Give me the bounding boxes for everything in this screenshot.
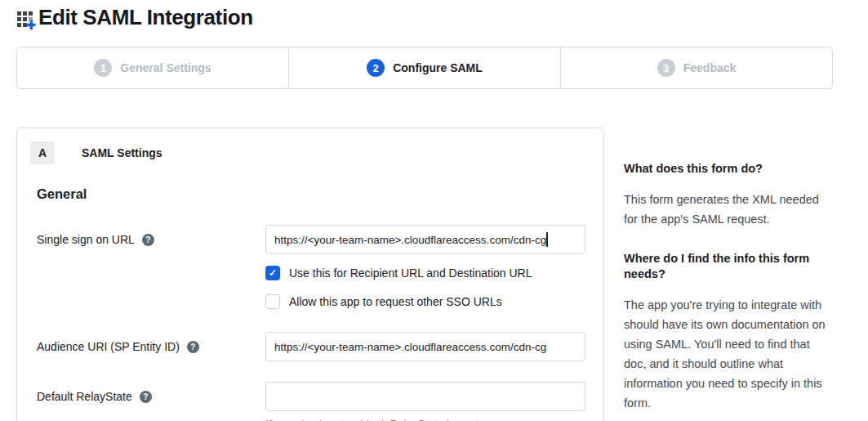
field-row-audience-uri: Audience URI (SP Entity ID) ? https://<y…	[17, 332, 603, 361]
checkbox-unchecked-icon[interactable]	[265, 294, 280, 309]
step-wizard: 1 General Settings 2 Configure SAML 3 Fe…	[16, 47, 833, 89]
step-number-badge: 3	[657, 59, 675, 77]
step-label: Configure SAML	[393, 61, 483, 74]
step-configure-saml[interactable]: 2 Configure SAML	[289, 47, 561, 88]
sidebar-body-what: This form generates the XML needed for t…	[624, 190, 830, 229]
panel-header: A SAML Settings	[17, 128, 603, 164]
field-control-group: https://<your-team-name>.cloudflareacces…	[265, 225, 585, 309]
relaystate-helper-text: If no value is set, a blank RelayState i…	[265, 418, 585, 421]
single-sign-on-url-label: Single sign on URL	[37, 233, 135, 246]
page-title: Edit SAML Integration	[38, 5, 253, 30]
page-header: Edit SAML Integration	[16, 5, 253, 30]
step-number-badge: 2	[367, 59, 385, 77]
recipient-destination-checkbox-row[interactable]: ✓ Use this for Recipient URL and Destina…	[265, 266, 585, 280]
single-sign-on-url-input[interactable]: https://<your-team-name>.cloudflareacces…	[265, 225, 585, 254]
help-sidebar: What does this form do? This form genera…	[624, 161, 830, 421]
input-value: https://<your-team-name>.cloudflareacces…	[274, 341, 546, 353]
help-icon[interactable]: ?	[142, 234, 154, 246]
field-label-group: Audience URI (SP Entity ID) ?	[37, 332, 265, 361]
checkbox-label: Allow this app to request other SSO URLs	[289, 295, 502, 308]
general-section-heading: General	[37, 186, 603, 202]
help-icon[interactable]: ?	[140, 391, 152, 403]
panel-title: SAML Settings	[82, 146, 162, 159]
step-general-settings[interactable]: 1 General Settings	[17, 47, 289, 88]
field-row-default-relaystate: Default RelayState ? If no value is set,…	[17, 382, 603, 421]
checkbox-checked-icon[interactable]: ✓	[265, 266, 280, 280]
step-label: General Settings	[120, 61, 211, 74]
field-label-group: Single sign on URL ?	[37, 225, 265, 309]
field-control-group: If no value is set, a blank RelayState i…	[265, 382, 585, 421]
checkbox-label: Use this for Recipient URL and Destinati…	[289, 266, 532, 280]
saml-settings-panel: A SAML Settings General Single sign on U…	[16, 128, 604, 421]
step-feedback[interactable]: 3 Feedback	[561, 47, 832, 88]
text-cursor	[546, 232, 548, 247]
section-a-badge: A	[30, 141, 55, 164]
other-sso-urls-checkbox-row[interactable]: Allow this app to request other SSO URLs	[265, 294, 585, 309]
input-value: https://<your-team-name>.cloudflareacces…	[274, 234, 546, 246]
field-row-single-sign-on-url: Single sign on URL ? https://<your-team-…	[17, 225, 603, 309]
default-relaystate-label: Default RelayState	[37, 390, 132, 403]
sidebar-body-where: The app you're trying to integrate with …	[624, 295, 830, 413]
field-label-group: Default RelayState ?	[37, 382, 265, 421]
sidebar-heading-where: Where do I find the info this form needs…	[624, 251, 830, 282]
audience-uri-input[interactable]: https://<your-team-name>.cloudflareacces…	[265, 332, 585, 361]
audience-uri-label: Audience URI (SP Entity ID)	[37, 340, 180, 353]
help-icon[interactable]: ?	[187, 341, 199, 353]
step-label: Feedback	[683, 61, 737, 74]
step-number-badge: 1	[94, 59, 112, 77]
default-relaystate-input[interactable]	[265, 382, 585, 411]
field-control-group: https://<your-team-name>.cloudflareacces…	[265, 332, 585, 361]
app-grid-plus-icon	[16, 8, 36, 31]
sidebar-heading-what: What does this form do?	[624, 161, 830, 177]
